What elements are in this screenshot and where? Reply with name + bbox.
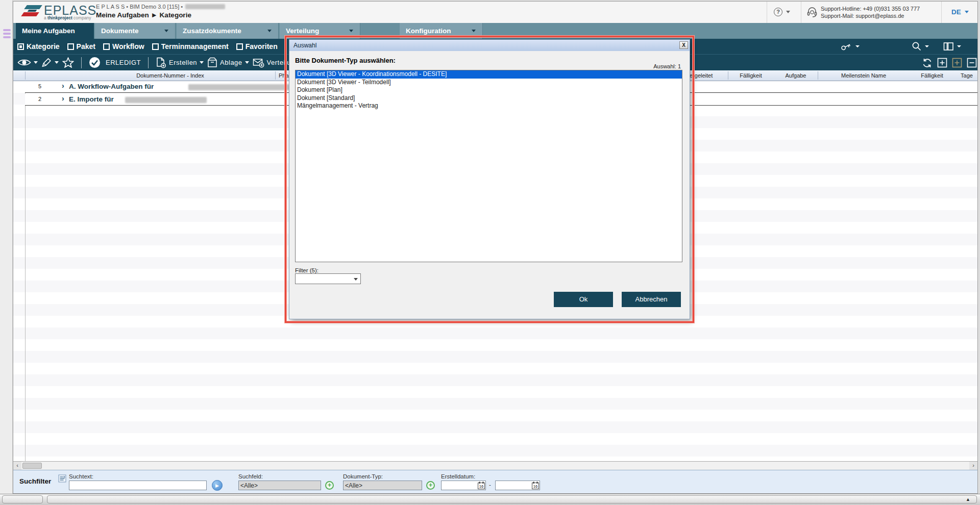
filter-list-icon[interactable]	[58, 474, 66, 483]
view-button[interactable]	[17, 58, 38, 67]
tab-verteilung[interactable]: Verteilung	[280, 23, 360, 39]
divider	[25, 81, 26, 461]
search-filter-bar: Suchfilter Suchtext: ▶ Suchfeld: + Dokum…	[13, 470, 977, 493]
dialog-prompt: Bitte Dokument-Typ auswählen:	[295, 57, 396, 64]
list-item[interactable]: Dokument [3D Viewer - Teilmodell]	[296, 79, 682, 87]
search-go-button[interactable]: ▶	[212, 480, 223, 491]
chevron-down-icon	[349, 30, 353, 32]
erstellen-button[interactable]: Erstellen	[156, 57, 204, 68]
list-item[interactable]: Mängelmanagement - Vertrag	[296, 102, 682, 110]
horizontal-scrollbar[interactable]: ‹ ›	[13, 461, 977, 470]
column-weitergeleitet[interactable]: ergeleitet	[690, 70, 713, 81]
left-gutter	[0, 0, 13, 505]
expand-all-icon[interactable]	[937, 58, 947, 68]
dialog-title: Auswahl	[293, 42, 316, 49]
divider	[767, 2, 767, 23]
eplass-logo: EPLASS a thinkproject company	[21, 4, 108, 21]
dokumenttyp-input[interactable]	[343, 481, 422, 490]
favorite-button[interactable]	[62, 57, 74, 68]
list-item[interactable]: Dokument [3D Viewer - Koordinationsmodel…	[296, 70, 682, 79]
checkbox-kategorie[interactable]: Kategorie	[17, 42, 60, 50]
column-tage[interactable]: Tage	[954, 70, 979, 81]
expand-chevron-icon[interactable]: ›	[62, 82, 64, 90]
filter-label: Filter (5):	[295, 267, 318, 273]
auswahl-dialog: Auswahl X Bitte Dokument-Typ auswählen: …	[289, 39, 690, 319]
scrollbar-thumb[interactable]	[22, 463, 42, 469]
statusbar-segment[interactable]: ▲	[47, 495, 977, 503]
calendar-icon[interactable]: 16	[478, 482, 485, 489]
ok-button[interactable]: Ok	[554, 292, 613, 307]
eplass-logo-icon	[21, 5, 43, 16]
language-selector[interactable]: DE	[951, 8, 969, 16]
suchfeld-label: Suchfeld:	[238, 473, 263, 479]
scroll-left-button[interactable]: ‹	[13, 462, 21, 470]
support-hotline: Support-Hotline: +49 (0)931 355 03 777	[821, 5, 920, 12]
layout-menu[interactable]	[943, 39, 961, 54]
date-from-field[interactable]: 16	[441, 481, 486, 490]
svg-text:16: 16	[533, 484, 537, 489]
support-info: Support-Hotline: +49 (0)931 355 03 777 S…	[821, 5, 920, 19]
chevron-down-icon	[55, 61, 59, 64]
column-faelligkeit-2[interactable]: Fälligkeit	[910, 70, 954, 81]
tab-meine-aufgaben[interactable]: Meine Aufgaben	[16, 23, 94, 39]
statusbar-segment[interactable]	[2, 495, 43, 503]
checkbox-terminmanagement[interactable]: Terminmanagement	[152, 42, 229, 50]
search-menu[interactable]	[912, 39, 929, 54]
dialog-titlebar[interactable]: Auswahl X	[289, 40, 690, 51]
key-icon	[840, 41, 852, 52]
scroll-right-button[interactable]: ›	[969, 462, 977, 470]
help-icon: ?	[774, 8, 782, 16]
pen-icon	[41, 58, 52, 67]
checkbox-workflow[interactable]: Workflow	[103, 42, 144, 50]
status-bar: ▲	[0, 494, 980, 505]
checkbox-paket[interactable]: Paket	[67, 42, 95, 50]
tab-konfiguration[interactable]: Konfiguration	[400, 23, 483, 39]
ablage-label: Ablage	[220, 59, 242, 66]
document-type-listbox[interactable]: Dokument [3D Viewer - Koordinationsmodel…	[295, 70, 682, 262]
column-aufgabe[interactable]: Aufgabe	[774, 70, 818, 81]
checkbox-icon	[67, 43, 74, 50]
suchfeld-add-button[interactable]: +	[325, 481, 334, 490]
suchfeld-input[interactable]	[238, 481, 321, 490]
expand-chevron-icon[interactable]: ›	[62, 94, 64, 103]
row-count: 5	[25, 83, 55, 89]
support-mail: Support-Mail: support@eplass.de	[821, 12, 920, 19]
tab-dokumente[interactable]: Dokumente	[95, 23, 176, 39]
toolbar-right	[922, 58, 977, 68]
suchtext-input[interactable]	[69, 481, 207, 490]
chevron-down-icon	[200, 61, 204, 64]
help-menu[interactable]: ?	[774, 8, 790, 16]
star-icon	[62, 57, 74, 68]
list-item[interactable]: Dokument [Plan]	[296, 86, 682, 94]
column-dokument-nummer[interactable]: Dokument-Nummer - Index	[64, 70, 276, 81]
divider	[801, 2, 801, 23]
ablage-button[interactable]: Ablage	[207, 57, 249, 68]
redacted-text	[125, 97, 207, 103]
cancel-button[interactable]: Abbrechen	[622, 292, 681, 307]
refresh-icon[interactable]	[922, 58, 933, 68]
calendar-icon[interactable]: 16	[532, 482, 539, 489]
redacted-text	[185, 4, 225, 9]
tab-zusatzdokumente[interactable]: Zusatzdokumente	[177, 23, 279, 39]
eye-icon	[17, 58, 31, 67]
app-header: EPLASS a thinkproject company E P L A S …	[13, 2, 977, 23]
date-to-field[interactable]: 16	[495, 481, 540, 490]
erledigt-button[interactable]: ERLEDIGT	[89, 57, 141, 68]
column-meilenstein-name[interactable]: Meilenstein Name	[818, 70, 910, 81]
filter-select[interactable]	[295, 273, 361, 284]
check-circle-icon	[89, 57, 101, 68]
hamburger-menu-icon[interactable]	[3, 29, 11, 40]
collapse-all-icon[interactable]	[967, 58, 977, 68]
key-menu[interactable]	[840, 39, 860, 54]
checkbox-favoriten[interactable]: Favoriten	[236, 42, 278, 50]
svg-text:16: 16	[479, 484, 483, 489]
project-context: E P L A S S • BIM Demo 3.0 [115] •	[96, 4, 225, 10]
chevron-down-icon	[957, 45, 961, 47]
dokumenttyp-add-button[interactable]: +	[426, 481, 435, 490]
list-item[interactable]: Dokument [Standard]	[296, 94, 682, 103]
chevron-down-icon	[925, 45, 929, 47]
close-icon[interactable]: X	[679, 41, 688, 49]
edit-button[interactable]	[41, 58, 59, 67]
collapse-up-icon[interactable]: ▲	[966, 497, 970, 502]
column-faelligkeit[interactable]: Fälligkeit	[728, 70, 774, 81]
